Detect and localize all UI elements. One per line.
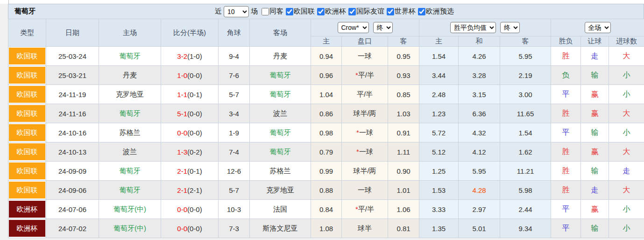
avg-type-select[interactable]: 胜平负均值 xyxy=(450,22,496,33)
avg-time-select[interactable]: 终 xyxy=(500,22,520,33)
date-cell: 24-07-02 xyxy=(46,219,99,238)
avg-draw-cell: 5.01 xyxy=(459,219,500,238)
subheader-odds-home: 主 xyxy=(311,36,342,47)
table-row: 欧国联24-11-19克罗地亚1-1(0-1)5-7葡萄牙1.04平/半0.85… xyxy=(8,85,644,104)
handicap-line-cell: *一球 xyxy=(342,142,388,162)
handicap-result-cell: 赢 xyxy=(581,85,609,104)
same-venue-checkbox[interactable] xyxy=(262,8,269,15)
handicap-line-cell: 球半/两 xyxy=(342,104,388,123)
league-type-cell: 欧国联 xyxy=(8,66,46,85)
date-cell: 24-10-16 xyxy=(46,123,99,142)
avg-away-cell: 11.21 xyxy=(500,162,551,181)
corner-cell: 9-4 xyxy=(219,47,250,66)
table-row: 欧洲杯24-07-06葡萄牙(中)0-0(0-0)10-3法国0.84*平/半1… xyxy=(8,200,644,219)
handicap-result-cell: 输 xyxy=(581,123,609,142)
away-team-cell: 葡萄牙 xyxy=(250,66,311,85)
away-team-cell: 葡萄牙 xyxy=(250,85,311,104)
odds-away-cell: 1.06 xyxy=(388,200,419,219)
odds-company-select[interactable]: Crow* xyxy=(338,22,369,33)
col-header-date: 日期 xyxy=(46,19,99,47)
result-cell: 胜 xyxy=(551,104,581,123)
result-cell: 胜 xyxy=(551,181,581,200)
subheader-odds-line: 盘口 xyxy=(342,36,388,47)
odds-home-cell: 0.99 xyxy=(311,162,342,181)
handicap-result-cell: 赢 xyxy=(581,200,609,219)
league-filter-group: 欧国联欧洲杯国际友谊世界杯欧洲预选 xyxy=(284,7,454,16)
home-team-cell: 葡萄牙 xyxy=(99,104,161,123)
away-team-cell: 法国 xyxy=(250,200,311,219)
avg-home-cell: 5.72 xyxy=(419,123,459,142)
league-filter-checkbox[interactable] xyxy=(317,8,325,15)
result-cell: 平 xyxy=(551,200,581,219)
corner-cell: 1-9 xyxy=(219,123,250,142)
home-team-cell: 葡萄牙 xyxy=(99,181,161,200)
league-filter-checkbox[interactable] xyxy=(286,8,293,15)
handicap-result-cell: 输 xyxy=(581,219,609,238)
handicap-result-cell: 赢 xyxy=(581,142,609,162)
league-badge: 欧国联 xyxy=(9,48,45,64)
league-filter-checkbox[interactable] xyxy=(348,8,356,15)
handicap-line-cell: 球半 xyxy=(342,219,388,238)
title-bar: 葡萄牙 近 10 场 同客 欧国联欧洲杯国际友谊世界杯欧洲预选 xyxy=(8,4,644,19)
table-row: 欧国联24-09-06葡萄牙2-1(2-1)5-7克罗地亚0.88一球1.011… xyxy=(8,181,644,200)
odds-time-select[interactable]: 终 xyxy=(373,22,393,33)
table-row: 欧国联24-10-13波兰1-3(0-2)7-4葡萄牙0.79*一球1.115.… xyxy=(8,142,644,162)
league-filter-label: 国际友谊 xyxy=(356,7,384,15)
match-history-table: 类型 日期 主场 比分(半场) 角球 客场 Crow* 终 胜平负均值 xyxy=(8,19,644,238)
avg-away-cell: 2.44 xyxy=(500,200,551,219)
period-group-header: 全场 xyxy=(551,19,644,36)
result-cell: 胜 xyxy=(551,47,581,66)
odds-home-cell: 0.94 xyxy=(311,47,342,66)
league-badge: 欧国联 xyxy=(9,162,45,179)
avg-home-cell: 3.33 xyxy=(419,200,459,219)
league-type-cell: 欧洲杯 xyxy=(8,200,46,219)
half-time-score: (0-1) xyxy=(187,91,202,99)
goals-result-cell: 大 xyxy=(609,47,644,66)
home-team-cell: 丹麦 xyxy=(99,66,161,85)
corner-cell: 7-6 xyxy=(219,66,250,85)
handicap-result-cell: 输 xyxy=(581,162,609,181)
odds-away-cell: 1.11 xyxy=(388,142,419,162)
recent-count-select[interactable]: 10 xyxy=(224,6,249,17)
full-time-score: 3-2 xyxy=(177,52,187,60)
league-filter-checkbox[interactable] xyxy=(418,8,425,15)
handicap-result-cell: 输 xyxy=(581,66,609,85)
league-filter-checkbox[interactable] xyxy=(387,8,394,15)
col-header-score: 比分(半场) xyxy=(161,19,219,47)
full-time-score: 1-1 xyxy=(177,91,187,99)
avg-home-cell: 1.54 xyxy=(419,47,459,66)
league-type-cell: 欧国联 xyxy=(8,104,46,123)
goals-result-cell: 小 xyxy=(609,85,644,104)
page: 葡萄牙 近 10 场 同客 欧国联欧洲杯国际友谊世界杯欧洲预选 类型 xyxy=(0,0,644,240)
divider xyxy=(8,0,9,4)
early-odds-star: * xyxy=(356,148,359,155)
score-cell: 5-1(0-0) xyxy=(161,104,219,123)
league-badge: 欧洲杯 xyxy=(9,220,45,237)
score-cell: 0-0(0-0) xyxy=(161,219,219,238)
result-cell: 负 xyxy=(551,66,581,85)
odds-home-cell: 0.84 xyxy=(311,200,342,219)
avg-home-cell: 2.48 xyxy=(419,85,459,104)
period-select[interactable]: 全场 xyxy=(585,22,611,33)
col-header-home: 主场 xyxy=(99,19,161,47)
avg-away-cell: 1.62 xyxy=(500,142,551,162)
league-type-cell: 欧国联 xyxy=(8,181,46,200)
full-time-score: 2-1 xyxy=(177,186,187,194)
recent-label: 近 xyxy=(215,7,222,16)
table-row: 欧国联24-11-16葡萄牙5-1(0-0)3-4波兰0.86球半/两1.031… xyxy=(8,104,644,123)
score-cell: 1-3(0-2) xyxy=(161,142,219,162)
odds-away-cell: 0.93 xyxy=(388,66,419,85)
odds-home-cell: 0.88 xyxy=(311,181,342,200)
away-team-cell: 丹麦 xyxy=(250,47,311,66)
goals-result-cell: 小 xyxy=(609,219,644,238)
full-time-score: 5-1 xyxy=(177,110,187,118)
avg-draw-cell: 2.97 xyxy=(459,200,500,219)
date-cell: 24-09-06 xyxy=(46,181,99,200)
table-row: 欧洲杯24-07-02葡萄牙(中)0-0(0-0)7-3斯洛文尼亚1.08球半0… xyxy=(8,219,644,238)
avg-group-header: 胜平负均值 终 xyxy=(419,19,551,36)
full-time-score: 0-0 xyxy=(177,129,187,137)
away-team-cell: 波兰 xyxy=(250,104,311,123)
full-time-score: 0-0 xyxy=(177,205,187,213)
goals-result-cell: 小 xyxy=(609,123,644,142)
avg-home-cell: 5.12 xyxy=(419,142,459,162)
